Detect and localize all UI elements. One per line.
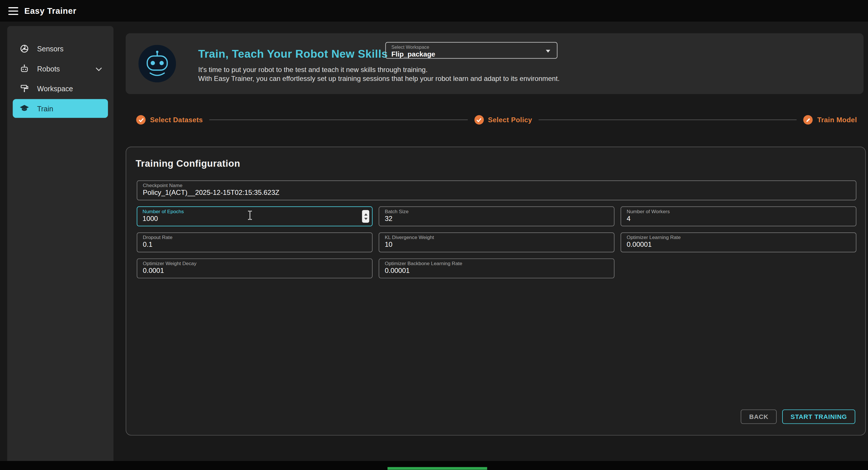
field-label: Optimizer Weight Decay <box>143 260 367 267</box>
card-actions: BACK START TRAINING <box>741 409 856 424</box>
bottom-strip <box>0 461 868 470</box>
batch-size-input[interactable] <box>384 215 608 223</box>
field-label: Batch Size <box>384 209 608 215</box>
hero-title: Train, Teach Your Robot New Skills <box>198 48 388 60</box>
optimizer-weight-decay-input[interactable] <box>143 267 367 275</box>
start-training-button[interactable]: START TRAINING <box>782 409 855 424</box>
dropout-rate-input[interactable] <box>143 241 367 249</box>
step-select-datasets[interactable]: Select Datasets <box>136 115 203 125</box>
training-configuration-card: Training Configuration Checkpoint Name N… <box>126 147 866 436</box>
step-label: Train Model <box>817 116 857 124</box>
field-label: KL Divergence Weight <box>384 235 608 241</box>
top-bar: Easy Trainer <box>0 0 868 22</box>
graduation-cap-icon <box>19 103 30 114</box>
optimizer-learning-rate-input[interactable] <box>627 241 850 249</box>
optimizer-backbone-learning-rate-input[interactable] <box>384 267 608 275</box>
sidebar-item-robots[interactable]: Robots <box>12 59 108 78</box>
check-icon <box>136 115 146 125</box>
sidebar-item-label: Train <box>37 104 53 113</box>
sidebar-item-sensors[interactable]: Sensors <box>12 39 108 58</box>
step-label: Select Datasets <box>150 116 203 124</box>
field-label: Optimizer Backbone Learning Rate <box>384 260 608 267</box>
config-form: Checkpoint Name Number of Epochs Batch S… <box>136 181 856 278</box>
caret-down-icon <box>546 50 550 53</box>
field-label: Optimizer Learning Rate <box>627 235 850 241</box>
step-train-model[interactable]: Train Model <box>803 115 857 125</box>
stepper-connector <box>210 119 468 120</box>
field-number-of-epochs: Number of Epochs <box>136 206 373 226</box>
step-label: Select Policy <box>488 116 532 124</box>
field-checkpoint-name: Checkpoint Name <box>136 181 856 200</box>
workspace-select-label: Select Workspace <box>392 44 551 50</box>
app-title: Easy Trainer <box>24 6 76 15</box>
hero-subtitle: It's time to put your robot to the test … <box>198 66 559 83</box>
sidebar: Sensors Robots Workspace Train <box>7 26 113 461</box>
check-icon <box>474 115 484 125</box>
pencil-icon <box>803 115 813 125</box>
number-of-workers-input[interactable] <box>627 215 850 223</box>
field-number-of-workers: Number of Workers <box>621 206 857 226</box>
number-of-epochs-input[interactable] <box>143 214 367 223</box>
sidebar-item-label: Workspace <box>37 84 73 93</box>
hero-subtitle-line2: With Easy Trainer, you can effortlessly … <box>198 74 559 83</box>
sidebar-item-train[interactable]: Train <box>12 99 108 118</box>
robot-avatar <box>138 45 176 82</box>
sidebar-item-label: Sensors <box>37 44 63 53</box>
step-select-policy[interactable]: Select Policy <box>474 115 532 125</box>
field-label: Number of Workers <box>627 209 850 215</box>
workspace-select[interactable]: Select Workspace Flip_package <box>385 42 557 59</box>
field-label: Checkpoint Name <box>143 183 850 189</box>
spin-up-icon[interactable] <box>364 213 367 216</box>
field-optimizer-backbone-learning-rate: Optimizer Backbone Learning Rate <box>379 258 615 278</box>
back-button[interactable]: BACK <box>741 409 777 424</box>
sidebar-item-label: Robots <box>37 65 60 73</box>
number-stepper[interactable] <box>362 210 369 223</box>
checkpoint-name-input[interactable] <box>143 189 850 197</box>
bottom-progress-bar <box>388 467 487 470</box>
stepper: Select Datasets Select Policy Train Mode… <box>136 115 857 125</box>
app-window: Easy Trainer Sensors Robots Workspace <box>0 0 868 470</box>
hero-subtitle-line1: It's time to put your robot to the test … <box>198 66 559 74</box>
field-label: Number of Epochs <box>143 208 367 214</box>
field-optimizer-learning-rate: Optimizer Learning Rate <box>621 232 857 252</box>
field-batch-size: Batch Size <box>379 206 615 226</box>
hero-panel: Train, Teach Your Robot New Skills It's … <box>126 33 864 94</box>
field-label: Dropout Rate <box>143 235 367 241</box>
main-content: Train, Teach Your Robot New Skills It's … <box>126 26 866 461</box>
chevron-down-icon[interactable] <box>96 65 102 73</box>
field-dropout-rate: Dropout Rate <box>136 232 373 252</box>
stepper-connector <box>539 119 797 120</box>
card-title: Training Configuration <box>136 158 240 169</box>
kl-divergence-weight-input[interactable] <box>384 241 608 249</box>
sidebar-item-workspace[interactable]: Workspace <box>12 79 108 98</box>
field-kl-divergence-weight: KL Divergence Weight <box>379 232 615 252</box>
paint-roller-icon <box>19 84 30 94</box>
spin-down-icon[interactable] <box>364 218 367 220</box>
workspace-select-value: Flip_package <box>392 51 551 58</box>
aperture-icon <box>19 43 30 54</box>
robot-icon <box>19 64 30 74</box>
hamburger-menu-icon[interactable] <box>8 7 19 14</box>
field-optimizer-weight-decay: Optimizer Weight Decay <box>136 258 373 278</box>
